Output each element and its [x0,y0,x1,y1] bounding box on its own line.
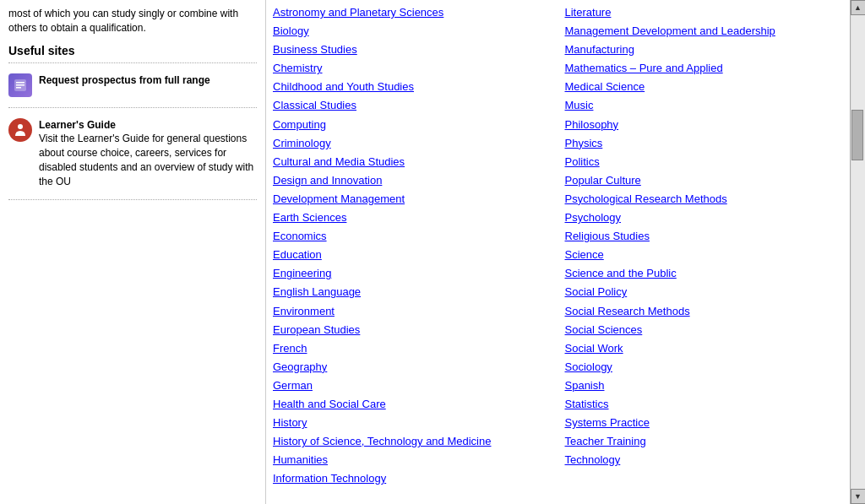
book-icon [13,78,28,93]
scrollbar[interactable]: ▲ ▼ [850,0,865,504]
divider-3 [8,199,257,200]
left-col-link-16[interactable]: Environment [273,302,552,321]
left-col-link-7[interactable]: Criminology [273,134,552,153]
person-icon [13,122,28,138]
learners-guide-title: Learner's Guide [39,118,257,133]
right-col-link-12[interactable]: Religious Studies [565,227,844,246]
left-col-link-14[interactable]: Engineering [273,264,552,283]
right-col-link-18[interactable]: Social Work [565,339,844,358]
right-col-link-16[interactable]: Social Research Methods [565,302,844,321]
learners-guide-description: Visit the Learner's Guide for general qu… [39,132,257,188]
sidebar-intro: most of which you can study singly or co… [8,7,257,35]
scrollbar-track[interactable] [851,15,865,489]
left-column: Astronomy and Planetary SciencesBiologyB… [266,3,558,501]
right-col-link-5[interactable]: Music [565,96,844,115]
sidebar: most of which you can study singly or co… [0,0,266,504]
right-col-link-23[interactable]: Teacher Training [565,432,844,451]
left-col-link-21[interactable]: Health and Social Care [273,395,552,414]
left-col-link-0[interactable]: Astronomy and Planetary Sciences [273,3,552,22]
left-col-link-8[interactable]: Cultural and Media Studies [273,153,552,171]
left-col-link-23[interactable]: History of Science, Technology and Medic… [273,432,552,451]
left-col-link-15[interactable]: English Language [273,283,552,301]
right-col-link-20[interactable]: Spanish [565,377,844,395]
prospectus-text: Request prospectus from full range [39,73,210,88]
scroll-up-button[interactable]: ▲ [851,0,866,15]
right-col-link-11[interactable]: Psychology [565,209,844,227]
left-col-link-13[interactable]: Education [273,246,552,264]
right-col-link-14[interactable]: Science and the Public [565,264,844,283]
useful-sites-heading: Useful sites [8,44,257,57]
right-col-link-13[interactable]: Science [565,246,844,264]
right-col-link-8[interactable]: Politics [565,153,844,171]
left-col-link-24[interactable]: Humanities [273,451,552,469]
columns-area[interactable]: Astronomy and Planetary SciencesBiologyB… [266,0,850,504]
right-col-link-6[interactable]: Philosophy [565,116,844,134]
left-col-link-1[interactable]: Biology [273,22,552,41]
left-col-link-9[interactable]: Design and Innovation [273,171,552,190]
left-col-link-22[interactable]: History [273,414,552,432]
divider-1 [8,62,257,63]
learners-guide-item[interactable]: Learner's Guide Visit the Learner's Guid… [8,113,257,194]
left-col-link-6[interactable]: Computing [273,116,552,134]
svg-rect-1 [16,82,24,84]
scroll-down-button[interactable]: ▼ [851,489,866,504]
left-col-link-25[interactable]: Information Technology [273,469,552,488]
svg-rect-2 [16,84,24,86]
right-col-link-2[interactable]: Manufacturing [565,41,844,59]
left-col-link-18[interactable]: French [273,339,552,358]
right-col-link-3[interactable]: Mathematics – Pure and Applied [565,59,844,78]
right-col-link-0[interactable]: Literature [565,3,844,22]
svg-point-4 [18,124,23,129]
left-col-link-20[interactable]: German [273,377,552,395]
learners-guide-text: Learner's Guide Visit the Learner's Guid… [39,118,257,189]
scrollbar-thumb[interactable] [851,110,863,160]
right-col-link-7[interactable]: Physics [565,134,844,153]
right-column: LiteratureManagement Development and Lea… [558,3,851,501]
divider-2 [8,107,257,108]
right-col-link-10[interactable]: Psychological Research Methods [565,190,844,209]
left-col-link-2[interactable]: Business Studies [273,41,552,59]
right-col-link-19[interactable]: Sociology [565,358,844,377]
left-col-link-11[interactable]: Earth Sciences [273,209,552,227]
right-col-link-15[interactable]: Social Policy [565,283,844,301]
main-content: Astronomy and Planetary SciencesBiologyB… [266,0,865,504]
left-col-link-12[interactable]: Economics [273,227,552,246]
svg-rect-3 [16,87,21,89]
left-col-link-10[interactable]: Development Management [273,190,552,209]
prospectus-icon [8,73,32,97]
page-wrapper: most of which you can study singly or co… [0,0,865,504]
left-col-link-5[interactable]: Classical Studies [273,96,552,115]
left-col-link-17[interactable]: European Studies [273,321,552,339]
right-col-link-9[interactable]: Popular Culture [565,171,844,190]
left-col-link-3[interactable]: Chemistry [273,59,552,78]
prospectus-title: Request prospectus from full range [39,74,210,86]
right-col-link-1[interactable]: Management Development and Leadership [565,22,844,41]
right-col-link-21[interactable]: Statistics [565,395,844,414]
prospectus-item[interactable]: Request prospectus from full range [8,68,257,102]
right-col-link-4[interactable]: Medical Science [565,78,844,96]
right-col-link-22[interactable]: Systems Practice [565,414,844,432]
left-col-link-4[interactable]: Childhood and Youth Studies [273,78,552,96]
right-col-link-24[interactable]: Technology [565,451,844,469]
left-col-link-19[interactable]: Geography [273,358,552,377]
right-col-link-17[interactable]: Social Sciences [565,321,844,339]
learners-guide-icon [8,118,32,142]
